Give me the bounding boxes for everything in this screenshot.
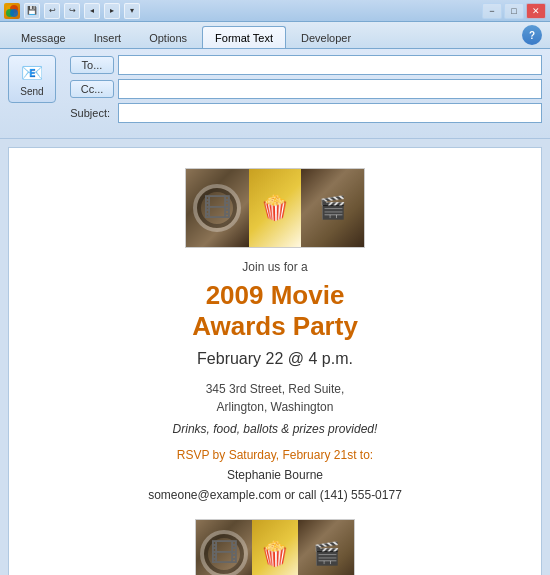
save-qat-button[interactable]: 💾: [24, 3, 40, 19]
to-button[interactable]: To...: [70, 56, 114, 74]
join-text: Join us for a: [39, 260, 511, 274]
title-bar: 💾 ↩ ↪ ◂ ▸ ▾ − □ ✕: [0, 0, 550, 22]
contact-email: someone@example.com or call (141) 555-01…: [39, 486, 511, 505]
contact-name: Stephanie Bourne: [39, 466, 511, 485]
send-button[interactable]: 📧 Send: [8, 55, 56, 103]
party-title: 2009 Movie Awards Party: [39, 280, 511, 342]
more-qat-button[interactable]: ▾: [124, 3, 140, 19]
tab-developer[interactable]: Developer: [288, 26, 364, 48]
tab-insert[interactable]: Insert: [81, 26, 135, 48]
cc-input[interactable]: [118, 79, 542, 99]
title-bar-left: 💾 ↩ ↪ ◂ ▸ ▾: [4, 3, 140, 19]
tab-options[interactable]: Options: [136, 26, 200, 48]
window-controls: − □ ✕: [482, 3, 546, 19]
cc-button[interactable]: Cc...: [70, 80, 114, 98]
email-fields: To... Cc... Subject:: [70, 55, 542, 123]
send-icon: 📧: [21, 62, 43, 84]
restore-button[interactable]: □: [504, 3, 524, 19]
bottom-collage-reel-left: [196, 520, 252, 575]
office-icon: [4, 3, 20, 19]
content-area: Join us for a 2009 Movie Awards Party Fe…: [0, 139, 550, 575]
email-form-area: 📧 Send To... Cc... Subject:: [0, 49, 550, 139]
email-body: Join us for a 2009 Movie Awards Party Fe…: [8, 147, 542, 575]
next-qat-button[interactable]: ▸: [104, 3, 120, 19]
party-title-line1: 2009 Movie: [39, 280, 511, 311]
party-title-line2: Awards Party: [39, 311, 511, 342]
svg-point-3: [10, 9, 18, 17]
minimize-button[interactable]: −: [482, 3, 502, 19]
collage-reel-right: [301, 169, 364, 247]
tab-message[interactable]: Message: [8, 26, 79, 48]
address-line2: Arlington, Washington: [39, 398, 511, 416]
party-date: February 22 @ 4 p.m.: [39, 350, 511, 368]
collage-reel-left: [186, 169, 249, 247]
address-line1: 345 3rd Street, Red Suite,: [39, 380, 511, 398]
send-area: 📧 Send: [8, 55, 56, 103]
ribbon: Message Insert Options Format Text Devel…: [0, 22, 550, 49]
tab-format-text[interactable]: Format Text: [202, 26, 286, 48]
to-input[interactable]: [118, 55, 542, 75]
close-button[interactable]: ✕: [526, 3, 546, 19]
contact-info: Stephanie Bourne someone@example.com or …: [39, 466, 511, 504]
subject-label: Subject:: [70, 107, 114, 119]
subject-input[interactable]: [118, 103, 542, 123]
subject-row: Subject:: [70, 103, 542, 123]
help-button[interactable]: ?: [522, 25, 542, 45]
top-movie-collage: [185, 168, 365, 248]
to-row: To...: [70, 55, 542, 75]
send-label: Send: [20, 86, 43, 97]
bottom-collage-popcorn: [252, 520, 298, 575]
bottom-collage-reel-right: [298, 520, 354, 575]
ribbon-tabs: Message Insert Options Format Text Devel…: [0, 22, 550, 48]
cc-row: Cc...: [70, 79, 542, 99]
collage-popcorn: [249, 169, 301, 247]
rsvp-text: RSVP by Saturday, February 21st to:: [39, 448, 511, 462]
redo-qat-button[interactable]: ↪: [64, 3, 80, 19]
prev-qat-button[interactable]: ◂: [84, 3, 100, 19]
undo-qat-button[interactable]: ↩: [44, 3, 60, 19]
drinks-text: Drinks, food, ballots & prizes provided!: [39, 422, 511, 436]
party-address: 345 3rd Street, Red Suite, Arlington, Wa…: [39, 380, 511, 416]
bottom-movie-collage: [195, 519, 355, 575]
